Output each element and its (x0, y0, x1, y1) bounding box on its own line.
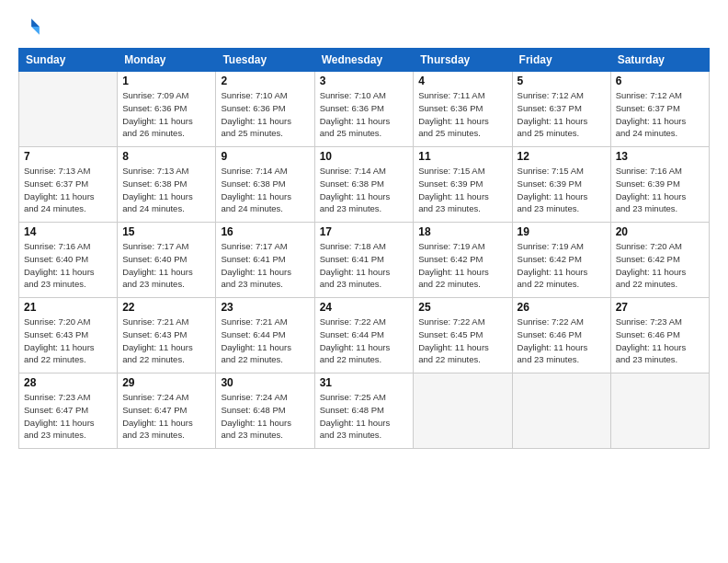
day-info: Sunrise: 7:20 AMSunset: 6:42 PMDaylight:… (616, 240, 704, 291)
week-row-4: 21Sunrise: 7:20 AMSunset: 6:43 PMDayligh… (19, 298, 710, 373)
calendar-header-row: Sunday Monday Tuesday Wednesday Thursday… (19, 49, 710, 72)
week-row-1: 1Sunrise: 7:09 AMSunset: 6:36 PMDaylight… (19, 72, 710, 147)
day-number: 26 (518, 301, 606, 314)
day-info: Sunrise: 7:21 AMSunset: 6:43 PMDaylight:… (122, 316, 210, 366)
day-number: 23 (221, 301, 309, 314)
day-cell-4-6: 26Sunrise: 7:22 AMSunset: 6:46 PMDayligh… (512, 298, 610, 373)
day-cell-1-4: 3Sunrise: 7:10 AMSunset: 6:36 PMDaylight… (314, 72, 414, 147)
day-cell-3-7: 20Sunrise: 7:20 AMSunset: 6:42 PMDayligh… (610, 223, 709, 298)
day-info: Sunrise: 7:15 AMSunset: 6:39 PMDaylight:… (518, 165, 606, 215)
day-number: 11 (418, 150, 506, 163)
day-cell-2-1: 7Sunrise: 7:13 AMSunset: 6:37 PMDaylight… (19, 147, 118, 223)
day-cell-4-7: 27Sunrise: 7:23 AMSunset: 6:46 PMDayligh… (610, 298, 709, 373)
day-info: Sunrise: 7:25 AMSunset: 6:48 PMDaylight:… (320, 391, 409, 442)
day-info: Sunrise: 7:23 AMSunset: 6:46 PMDaylight:… (616, 316, 704, 366)
day-number: 28 (24, 376, 112, 389)
day-cell-3-4: 17Sunrise: 7:18 AMSunset: 6:41 PMDayligh… (314, 223, 414, 298)
day-cell-1-1 (19, 72, 118, 147)
day-cell-2-2: 8Sunrise: 7:13 AMSunset: 6:38 PMDaylight… (118, 147, 216, 223)
day-info: Sunrise: 7:16 AMSunset: 6:40 PMDaylight:… (24, 240, 112, 291)
day-cell-4-1: 21Sunrise: 7:20 AMSunset: 6:43 PMDayligh… (19, 298, 118, 373)
calendar-table: Sunday Monday Tuesday Wednesday Thursday… (18, 48, 710, 449)
col-tuesday: Tuesday (216, 49, 314, 72)
day-cell-3-1: 14Sunrise: 7:16 AMSunset: 6:40 PMDayligh… (19, 223, 118, 298)
day-cell-3-5: 18Sunrise: 7:19 AMSunset: 6:42 PMDayligh… (414, 223, 512, 298)
day-info: Sunrise: 7:22 AMSunset: 6:44 PMDaylight:… (320, 316, 409, 366)
day-number: 5 (518, 75, 606, 87)
calendar-body: 1Sunrise: 7:09 AMSunset: 6:36 PMDaylight… (19, 72, 710, 449)
day-cell-4-4: 24Sunrise: 7:22 AMSunset: 6:44 PMDayligh… (314, 298, 414, 373)
day-number: 10 (320, 150, 409, 163)
day-number: 18 (418, 225, 506, 238)
day-number: 8 (122, 150, 210, 163)
day-number: 6 (616, 75, 704, 87)
day-number: 9 (221, 150, 309, 163)
day-info: Sunrise: 7:09 AMSunset: 6:36 PMDaylight:… (122, 89, 210, 140)
day-number: 31 (320, 376, 409, 389)
day-number: 13 (616, 150, 704, 163)
day-cell-3-6: 19Sunrise: 7:19 AMSunset: 6:42 PMDayligh… (512, 223, 610, 298)
week-row-5: 28Sunrise: 7:23 AMSunset: 6:47 PMDayligh… (19, 373, 710, 449)
day-info: Sunrise: 7:18 AMSunset: 6:41 PMDaylight:… (320, 240, 409, 291)
day-cell-5-5 (414, 373, 512, 449)
day-number: 2 (221, 75, 309, 87)
col-thursday: Thursday (414, 49, 512, 72)
svg-marker-0 (31, 18, 40, 27)
col-monday: Monday (118, 49, 216, 72)
col-sunday: Sunday (19, 49, 118, 72)
day-info: Sunrise: 7:22 AMSunset: 6:46 PMDaylight:… (518, 316, 606, 366)
day-cell-1-5: 4Sunrise: 7:11 AMSunset: 6:36 PMDaylight… (414, 72, 512, 147)
day-number: 1 (122, 75, 210, 87)
day-cell-1-3: 2Sunrise: 7:10 AMSunset: 6:36 PMDaylight… (216, 72, 314, 147)
day-info: Sunrise: 7:20 AMSunset: 6:43 PMDaylight:… (24, 316, 112, 366)
day-number: 12 (518, 150, 606, 163)
day-cell-4-2: 22Sunrise: 7:21 AMSunset: 6:43 PMDayligh… (118, 298, 216, 373)
day-cell-5-7 (610, 373, 709, 449)
col-wednesday: Wednesday (314, 49, 414, 72)
day-info: Sunrise: 7:21 AMSunset: 6:44 PMDaylight:… (221, 316, 309, 366)
logo (18, 17, 42, 40)
day-number: 15 (122, 225, 210, 238)
day-info: Sunrise: 7:12 AMSunset: 6:37 PMDaylight:… (616, 89, 704, 140)
day-number: 7 (24, 150, 112, 163)
day-info: Sunrise: 7:14 AMSunset: 6:38 PMDaylight:… (221, 165, 309, 215)
day-cell-1-7: 6Sunrise: 7:12 AMSunset: 6:37 PMDaylight… (610, 72, 709, 147)
day-cell-5-3: 30Sunrise: 7:24 AMSunset: 6:48 PMDayligh… (216, 373, 314, 449)
day-info: Sunrise: 7:22 AMSunset: 6:45 PMDaylight:… (418, 316, 506, 366)
day-number: 24 (320, 301, 409, 314)
day-cell-2-3: 9Sunrise: 7:14 AMSunset: 6:38 PMDaylight… (216, 147, 314, 223)
day-cell-2-7: 13Sunrise: 7:16 AMSunset: 6:39 PMDayligh… (610, 147, 709, 223)
day-number: 22 (122, 301, 210, 314)
day-info: Sunrise: 7:15 AMSunset: 6:39 PMDaylight:… (418, 165, 506, 215)
svg-marker-1 (31, 27, 40, 35)
day-cell-5-6 (512, 373, 610, 449)
day-cell-1-6: 5Sunrise: 7:12 AMSunset: 6:37 PMDaylight… (512, 72, 610, 147)
day-info: Sunrise: 7:19 AMSunset: 6:42 PMDaylight:… (518, 240, 606, 291)
day-info: Sunrise: 7:13 AMSunset: 6:38 PMDaylight:… (122, 165, 210, 215)
page: Sunday Monday Tuesday Wednesday Thursday… (0, 0, 728, 563)
header (18, 17, 710, 40)
day-number: 25 (418, 301, 506, 314)
day-info: Sunrise: 7:17 AMSunset: 6:41 PMDaylight:… (221, 240, 309, 291)
day-cell-4-3: 23Sunrise: 7:21 AMSunset: 6:44 PMDayligh… (216, 298, 314, 373)
day-cell-2-5: 11Sunrise: 7:15 AMSunset: 6:39 PMDayligh… (414, 147, 512, 223)
day-cell-2-6: 12Sunrise: 7:15 AMSunset: 6:39 PMDayligh… (512, 147, 610, 223)
day-cell-3-3: 16Sunrise: 7:17 AMSunset: 6:41 PMDayligh… (216, 223, 314, 298)
day-cell-2-4: 10Sunrise: 7:14 AMSunset: 6:38 PMDayligh… (314, 147, 414, 223)
day-cell-4-5: 25Sunrise: 7:22 AMSunset: 6:45 PMDayligh… (414, 298, 512, 373)
day-info: Sunrise: 7:11 AMSunset: 6:36 PMDaylight:… (418, 89, 506, 140)
col-saturday: Saturday (610, 49, 709, 72)
day-cell-3-2: 15Sunrise: 7:17 AMSunset: 6:40 PMDayligh… (118, 223, 216, 298)
day-number: 30 (221, 376, 309, 389)
day-cell-5-2: 29Sunrise: 7:24 AMSunset: 6:47 PMDayligh… (118, 373, 216, 449)
day-cell-5-1: 28Sunrise: 7:23 AMSunset: 6:47 PMDayligh… (19, 373, 118, 449)
day-number: 20 (616, 225, 704, 238)
day-number: 4 (418, 75, 506, 87)
day-number: 21 (24, 301, 112, 314)
day-info: Sunrise: 7:24 AMSunset: 6:48 PMDaylight:… (221, 391, 309, 442)
day-number: 29 (122, 376, 210, 389)
day-info: Sunrise: 7:10 AMSunset: 6:36 PMDaylight:… (221, 89, 309, 140)
day-number: 27 (616, 301, 704, 314)
col-friday: Friday (512, 49, 610, 72)
week-row-2: 7Sunrise: 7:13 AMSunset: 6:37 PMDaylight… (19, 147, 710, 223)
